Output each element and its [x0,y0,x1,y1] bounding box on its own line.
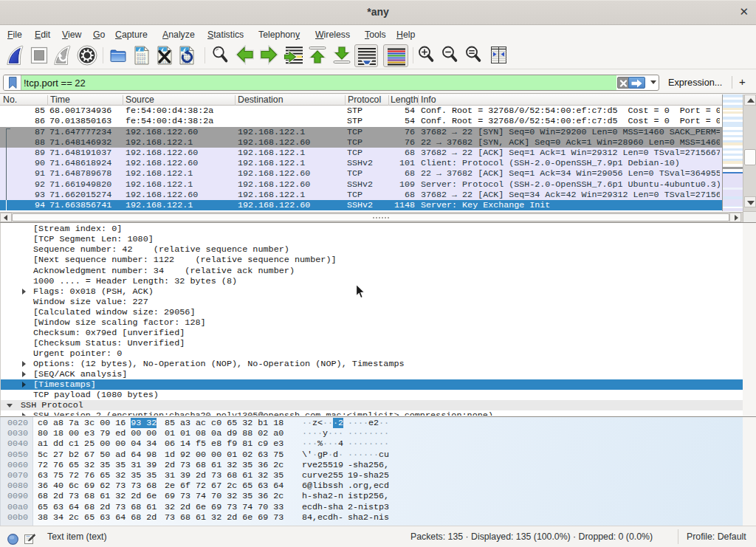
svg-text:0111: 0111 [137,61,145,65]
